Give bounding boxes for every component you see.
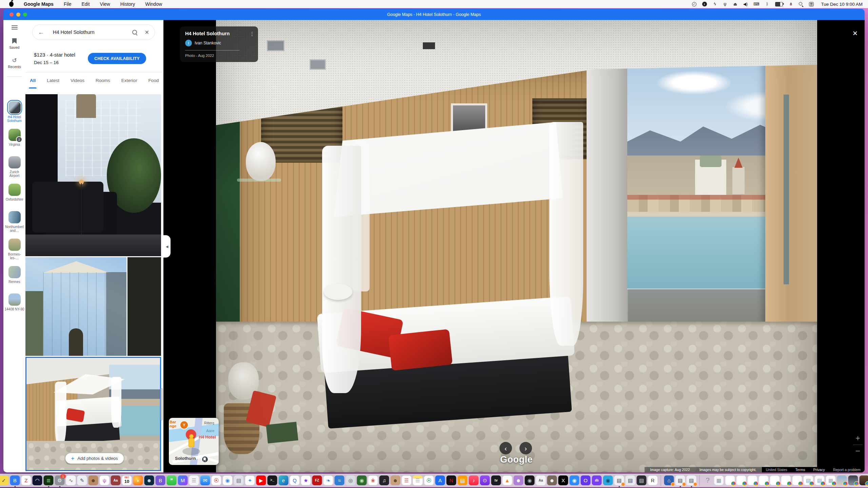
dock-separator-1[interactable]: [661, 475, 661, 486]
menu-view[interactable]: View: [100, 1, 110, 7]
sidebar-item-northumberland[interactable]: Northumberland…: [3, 211, 25, 239]
photo-window-3[interactable]: [860, 475, 868, 485]
chrome-window-3[interactable]: [748, 475, 757, 485]
chrome-window-6[interactable]: [781, 475, 791, 485]
tab-rooms[interactable]: Rooms: [96, 73, 110, 88]
copier-app[interactable]: ▤: [626, 475, 635, 485]
zoom-app[interactable]: ◉: [570, 475, 579, 485]
tasks-app[interactable]: ✓: [0, 475, 9, 485]
disk-editor[interactable]: ✎: [77, 475, 87, 485]
chrome[interactable]: ◉: [223, 475, 233, 485]
tab-videos[interactable]: Videos: [71, 73, 84, 88]
notes[interactable]: ☰: [413, 475, 423, 485]
next-photo-button[interactable]: ›: [519, 442, 532, 454]
messenger[interactable]: M: [178, 475, 188, 485]
app-store[interactable]: A: [435, 475, 445, 485]
more-options-icon[interactable]: ⋮: [250, 31, 255, 37]
battery-status-icon[interactable]: [775, 2, 783, 6]
pegman-icon[interactable]: [189, 438, 194, 447]
privacy-link[interactable]: Privacy: [809, 468, 829, 472]
clear-search-icon[interactable]: ✕: [145, 29, 149, 36]
sidebar-item-recents[interactable]: ↺ Recents: [3, 58, 25, 69]
loom[interactable]: O: [581, 475, 591, 485]
menu-bar-clock[interactable]: Tue Dec 10 9:00 AM: [821, 2, 863, 7]
photo-author[interactable]: Ivan Stankovic: [195, 41, 221, 45]
spotlight-status-icon[interactable]: [799, 2, 803, 6]
messages[interactable]: ❞: [167, 475, 177, 485]
tab-food[interactable]: Food: [148, 73, 159, 88]
control-center-status-icon[interactable]: [809, 2, 814, 6]
reminders[interactable]: ☰: [402, 475, 412, 485]
add-photos-button[interactable]: + Add photos & videos: [65, 453, 123, 464]
sidebar-item-saved[interactable]: Saved: [3, 38, 25, 49]
chrome-window-7[interactable]: [792, 475, 802, 485]
safari[interactable]: ✦: [245, 475, 255, 485]
bluetooth-app[interactable]: B: [10, 475, 20, 485]
zoom-window-button[interactable]: [23, 13, 27, 17]
zinio[interactable]: Z: [21, 475, 31, 485]
menu-history[interactable]: History: [120, 1, 135, 7]
antenna-status-icon[interactable]: ⋔: [789, 2, 793, 6]
menu-edit[interactable]: Edit: [81, 1, 90, 7]
mini-map[interactable]: Barnge Y Ritterq Aare H4 Hotel Solothurn: [169, 418, 219, 465]
netflix[interactable]: N: [447, 475, 456, 485]
check-availability-button[interactable]: CHECK AVAILABILITY: [88, 53, 146, 64]
vlc[interactable]: ▲: [502, 475, 512, 485]
chrome-window-1[interactable]: [725, 475, 735, 485]
eject-status-icon[interactable]: ⏏: [733, 2, 737, 6]
sidebar-item-zurich-airport[interactable]: Zurich Airport: [3, 156, 25, 184]
r-app[interactable]: R: [648, 475, 658, 485]
previous-photo-button[interactable]: ‹: [499, 442, 512, 454]
collapse-panel-handle[interactable]: ◀: [163, 235, 171, 258]
sidebar-item-rennes[interactable]: Rennes: [3, 266, 25, 293]
star-app[interactable]: ★: [301, 475, 311, 485]
zoom-out-button[interactable]: −: [852, 447, 864, 454]
tab-all[interactable]: All: [30, 73, 36, 88]
terms-link[interactable]: Terms: [791, 468, 809, 472]
recorder-status-icon[interactable]: ‖: [702, 2, 707, 6]
bolt-status-icon[interactable]: ϟ: [713, 2, 717, 6]
typography-app[interactable]: Aa: [111, 475, 121, 485]
minimize-window-button[interactable]: [16, 13, 20, 17]
picture-file[interactable]: ▦: [714, 475, 724, 485]
photo-window-2[interactable]: [848, 475, 858, 485]
tab-latest[interactable]: Latest: [47, 73, 59, 88]
volume-status-icon[interactable]: ◀): [743, 2, 748, 6]
photo-thumbnail-next[interactable]: [127, 257, 161, 356]
music[interactable]: ♪: [469, 475, 479, 485]
hair-app[interactable]: ☻: [88, 475, 98, 485]
piano-app[interactable]: ♫: [379, 475, 389, 485]
panel-scrollbar[interactable]: [161, 388, 163, 421]
window-title-bar[interactable]: Google Maps - H4 Hotel Solothurn - Googl…: [3, 9, 865, 20]
hamburger-menu-icon[interactable]: [12, 25, 18, 29]
kindle[interactable]: ☻: [144, 475, 154, 485]
assistant-app[interactable]: ☻: [514, 475, 524, 485]
feather-app[interactable]: ❧: [323, 475, 333, 485]
vinyl-app[interactable]: ◉: [525, 475, 535, 485]
chrome-sheet-2[interactable]: ▤: [815, 475, 825, 485]
text-editor[interactable]: ☰: [189, 475, 199, 485]
active-app-name[interactable]: Google Maps: [24, 1, 54, 7]
close-photo-icon[interactable]: ✕: [852, 29, 858, 37]
image-capture[interactable]: ▤: [234, 475, 244, 485]
openoffice[interactable]: ≈: [335, 475, 344, 485]
diagnostics-app[interactable]: ∿: [66, 475, 76, 485]
close-window-button[interactable]: [9, 13, 14, 17]
sidebar-item-virginia[interactable]: Virginia 2: [3, 129, 25, 156]
scanner-app[interactable]: ▤: [637, 475, 647, 485]
chrome-window-4[interactable]: [759, 475, 769, 485]
back-arrow-icon[interactable]: ←: [38, 29, 44, 36]
filezilla[interactable]: FZ: [312, 475, 322, 485]
menu-file[interactable]: File: [64, 1, 72, 7]
fontbook[interactable]: Aa: [536, 475, 546, 485]
mail[interactable]: ✉: [200, 475, 210, 485]
shortcuts-status-icon[interactable]: ✓: [692, 2, 696, 6]
books[interactable]: ▤: [458, 475, 468, 485]
cocktail-poi-icon[interactable]: Y: [180, 421, 189, 429]
sidebar-item-oxfordshire[interactable]: Oxfordshire: [3, 184, 25, 211]
chrome-window-2[interactable]: [736, 475, 746, 485]
sidebar-item-h4-hotel-solothurn[interactable]: H4 Hotel Solothurn: [3, 101, 25, 129]
chrome-window-image[interactable]: ▦: [826, 475, 836, 485]
printer-utility[interactable]: ▤: [614, 475, 624, 485]
printer-b[interactable]: ▤: [687, 475, 696, 485]
